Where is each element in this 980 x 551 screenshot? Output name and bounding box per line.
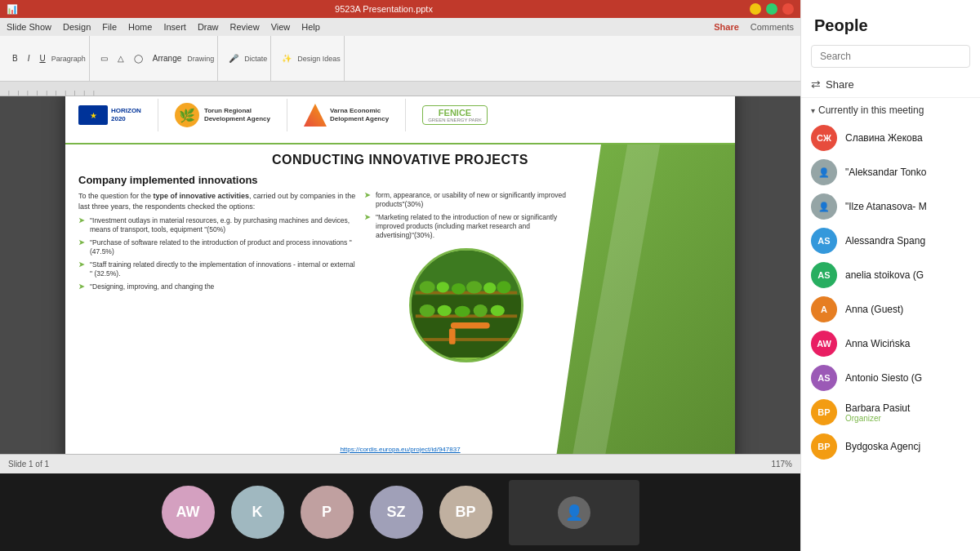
participant-item-0[interactable]: СЖ Славина Жекова: [801, 121, 980, 155]
participant-item-2[interactable]: 👤 "Ilze Atanasova- M: [801, 189, 980, 224]
bullet-text-1: "Investment outlays in material resource…: [90, 216, 356, 234]
participant-avatar-8: BP: [811, 399, 837, 425]
people-search-input[interactable]: [811, 45, 970, 68]
participant-initials-0: СЖ: [817, 133, 831, 143]
participant-item-7[interactable]: AS Antonio Siesto (G: [801, 361, 980, 395]
titlebar-title: 9523A Presentation.pptx: [18, 4, 750, 14]
svg-point-5: [420, 281, 435, 293]
fenice-sub: GREEN ENERGY PARK: [428, 118, 482, 122]
logo-varna: Varna EconomicDelopment Agency: [304, 104, 389, 127]
menu-home[interactable]: Home: [128, 22, 152, 32]
video-avatar-bp[interactable]: BP: [439, 486, 492, 539]
logo-horizon: ★ HORIZON2020: [78, 105, 141, 125]
participant-initials-4: AS: [817, 270, 830, 280]
svg-point-14: [474, 304, 488, 317]
toolbar-draw-2[interactable]: △: [114, 51, 128, 65]
participant-avatar-6: AW: [811, 331, 837, 357]
participant-name-5: Anna (Guest): [845, 304, 970, 315]
slide[interactable]: ★ HORIZON2020 🌿 Torun RegionalDevelopmen…: [65, 96, 735, 454]
video-avatar-k[interactable]: K: [231, 486, 284, 539]
participant-avatar-7: AS: [811, 365, 837, 391]
menubar: Slide Show Design File Home Insert Draw …: [0, 18, 800, 36]
svg-point-8: [466, 281, 482, 293]
participant-item-6[interactable]: AW Anna Wicińska: [801, 327, 980, 361]
menu-help[interactable]: Help: [301, 22, 320, 32]
participant-item-4[interactable]: AS anelia stoikova (G: [801, 258, 980, 292]
presentation-area: 📊 9523A Presentation.pptx Slide Show Des…: [0, 0, 800, 551]
participant-item-3[interactable]: AS Alessandra Spang: [801, 224, 980, 258]
avatar-initials-bp: BP: [455, 504, 475, 521]
in-meeting-section: ▾ Currently in this meeting СЖ Славина Ж…: [801, 98, 980, 464]
toolbar-designer-label: Design Ideas: [297, 55, 341, 63]
participant-name-7: Antonio Siesto (G: [845, 372, 970, 384]
close-button[interactable]: [782, 3, 794, 15]
video-avatar-p[interactable]: P: [301, 486, 354, 539]
bullet-arrow-4: ➤: [78, 282, 87, 291]
participant-name-3: Alessandra Spang: [845, 235, 970, 247]
file-icon: 📊: [7, 4, 18, 15]
toolbar: B I U Paragraph ▭ △ ◯ Arrange Drawing 🎤 …: [0, 36, 800, 82]
statusbar: Slide 1 of 1 117%: [0, 454, 800, 473]
in-meeting-label: Currently in this meeting: [818, 104, 924, 116]
video-avatar-aw[interactable]: AW: [162, 486, 215, 539]
toolbar-draw-1[interactable]: ▭: [96, 51, 112, 65]
share-button[interactable]: Share: [714, 22, 739, 32]
presenter-figure: 👤: [558, 496, 590, 529]
slide-title: CONDUCTING INNOVATIVE PROJECTS: [78, 153, 722, 167]
dictate-btn[interactable]: 🎤: [225, 51, 243, 65]
horizon-text: HORIZON2020: [111, 107, 141, 122]
zoom-level: 117%: [771, 460, 792, 469]
menu-design[interactable]: Design: [63, 22, 91, 32]
bullet-text-2: "Purchase of software related to the int…: [90, 238, 356, 256]
slide-info: Slide 1 of 1: [8, 460, 49, 469]
participant-name-6: Anna Wicińska: [845, 338, 970, 349]
toolbar-paragraph-label: Paragraph: [51, 55, 86, 63]
menu-view[interactable]: View: [271, 22, 291, 32]
toolbar-dictate-label: Dictate: [244, 55, 267, 63]
svg-point-13: [455, 306, 470, 317]
in-meeting-header: ▾ Currently in this meeting: [801, 98, 980, 121]
menu-file[interactable]: File: [102, 22, 117, 32]
video-avatar-sz[interactable]: SZ: [370, 486, 423, 539]
participant-initials-7: AS: [817, 373, 830, 383]
avatar-initials-aw: AW: [176, 504, 200, 521]
menu-draw[interactable]: Draw: [198, 22, 219, 32]
avatar-initials-p: P: [322, 504, 332, 521]
participant-initials-3: AS: [817, 236, 830, 246]
maximize-button[interactable]: [766, 3, 777, 15]
menu-slideshow[interactable]: Slide Show: [7, 22, 51, 32]
svg-rect-17: [449, 329, 456, 344]
minimize-button[interactable]: [750, 3, 761, 15]
bullet-text-3: "Staff training related directly to the …: [90, 260, 356, 278]
participant-item-8[interactable]: BP Barbara Pasiut Organizer: [801, 395, 980, 429]
toolbar-btn-2[interactable]: I: [24, 51, 34, 65]
participant-avatar-3: AS: [811, 228, 837, 254]
toolbar-group-designer: ✨ Design Ideas: [274, 36, 345, 81]
svg-point-6: [437, 282, 449, 292]
participant-item-1[interactable]: 👤 "Aleksandar Tonko: [801, 155, 980, 189]
slide-container: ★ HORIZON2020 🌿 Torun RegionalDevelopmen…: [0, 96, 800, 454]
torun-text: Torun RegionalDevelopment Agency: [204, 107, 270, 124]
designer-btn[interactable]: ✨: [278, 51, 296, 65]
participant-initials-2: 👤: [818, 202, 830, 212]
participant-item-9[interactable]: BP Bydgoska Agencj: [801, 429, 980, 464]
participant-item-5[interactable]: A Anna (Guest): [801, 292, 980, 327]
bullet-list-left: ➤ "Investment outlays in material resour…: [78, 216, 356, 291]
chevron-down-icon: ▾: [811, 106, 815, 115]
slide-image-plant: [409, 248, 523, 362]
comments-button[interactable]: Comments: [751, 22, 794, 32]
toolbar-btn-3[interactable]: U: [35, 51, 49, 65]
toolbar-arrange-btn[interactable]: Arrange: [149, 51, 186, 65]
fenice-text: FENICE: [439, 108, 471, 118]
toolbar-draw-3[interactable]: ◯: [130, 51, 147, 65]
avatar-initials-k: K: [252, 504, 263, 521]
menu-insert[interactable]: Insert: [163, 22, 186, 32]
video-strip: AW K P SZ BP 👤: [0, 473, 800, 551]
toolbar-btn-1[interactable]: B: [8, 51, 22, 65]
svg-point-10: [497, 281, 510, 293]
slide-link[interactable]: https://cordis.europa.eu/project/id/9478…: [65, 446, 735, 453]
bullet-arrow-2: ➤: [78, 238, 87, 256]
menu-review[interactable]: Review: [230, 22, 260, 32]
participant-initials-8: BP: [817, 407, 830, 417]
bullet-item-2: ➤ "Purchase of software related to the i…: [78, 238, 356, 256]
